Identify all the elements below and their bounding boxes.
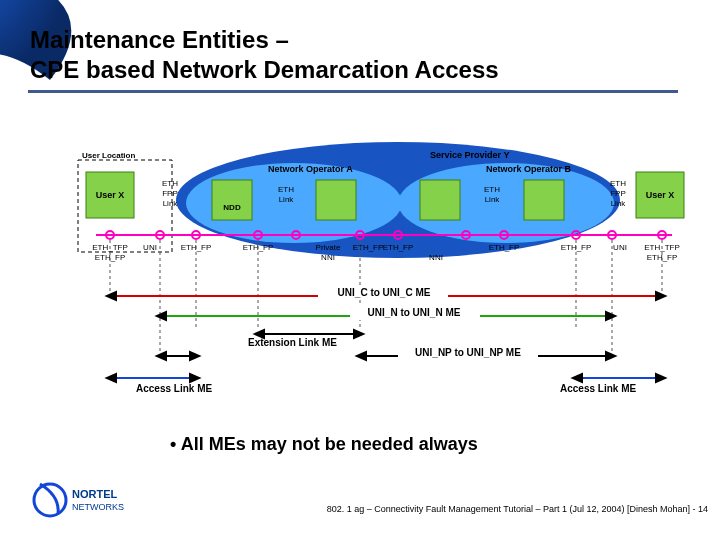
me-acc-right-label: Access Link ME (560, 383, 636, 394)
me-acc-left-label: Access Link ME (136, 383, 212, 394)
opB-switch1 (420, 180, 460, 220)
service-provider-label: Service Provider Y (430, 150, 509, 160)
svg-text:NORTEL: NORTEL (72, 488, 118, 500)
l-priv2: NNI (321, 253, 335, 262)
eth-fpp-right-1: ETH (610, 179, 626, 188)
me-uni-np-label: UNI_NP to UNI_NP ME (415, 347, 521, 358)
eth-link-mid-1: ETH (278, 185, 294, 194)
l-fp3: ETH_FP (353, 243, 384, 252)
eth-fpp-right-3: Link (611, 199, 627, 208)
eth-link-mid-2: Link (279, 195, 295, 204)
opA-switch (316, 180, 356, 220)
l-priv1: Private (316, 243, 341, 252)
eth-fpp-right-2: FPP (610, 189, 626, 198)
me-uni-n-label: UNI_N to UNI_N ME (368, 307, 461, 318)
ndd-label: NDD (223, 203, 241, 212)
eth-fpp-left-1: ETH (162, 179, 178, 188)
user-location-label: User Location (82, 151, 135, 160)
diagram: Service Provider Y Network Operator A Ne… (78, 142, 684, 394)
bullet-text: • All MEs may not be needed always (170, 434, 478, 454)
page-title-2: CPE based Network Demarcation Access (30, 56, 499, 83)
l-fp4: ETH_FP (383, 243, 414, 252)
me-uni-c-label: UNI_C to UNI_C ME (338, 287, 431, 298)
svg-text:NETWORKS: NETWORKS (72, 502, 124, 512)
opB-switch2 (524, 180, 564, 220)
ndd-box (212, 180, 252, 220)
title-underline (28, 90, 678, 93)
nortel-logo: NORTEL NETWORKS (34, 484, 124, 516)
l-nni: NNI (429, 253, 443, 262)
l-uni2: UNI (613, 243, 627, 252)
footer-text: 802. 1 ag – Connectivity Fault Managemen… (327, 504, 708, 514)
net-a-label: Network Operator A (268, 164, 353, 174)
l-fp5: ETH_FP (489, 243, 520, 252)
l-uni1: UNI (143, 243, 157, 252)
eth-fpp-left-3: Link (163, 199, 179, 208)
net-b-label: Network Operator B (486, 164, 572, 174)
me-ext-label: Extension Link ME (248, 337, 337, 348)
eth-link-r-1: ETH (484, 185, 500, 194)
eth-fpp-left-2: FPP (162, 189, 178, 198)
eth-link-r-2: Link (485, 195, 501, 204)
svg-point-23 (34, 484, 66, 516)
user-x-left: User X (96, 190, 125, 200)
user-x-right: User X (646, 190, 675, 200)
page-title-1: Maintenance Entities – (30, 26, 289, 53)
